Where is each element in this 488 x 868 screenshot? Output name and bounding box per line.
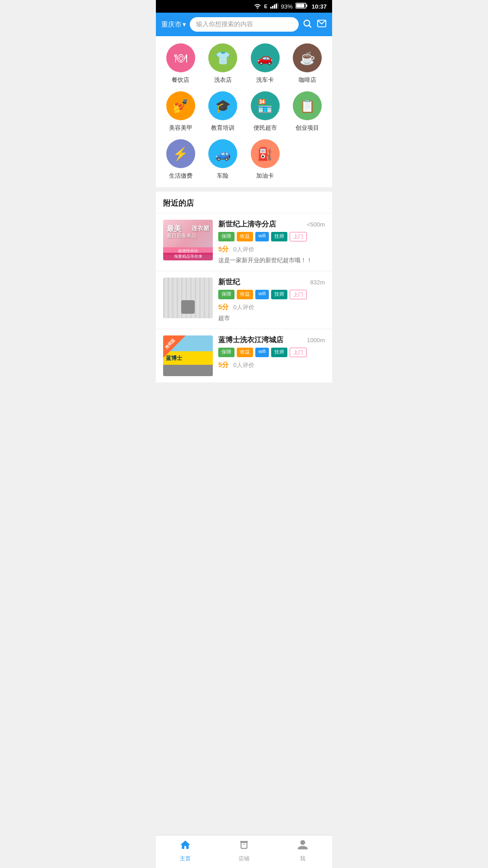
store-name-row-2: 新世纪 832m (218, 278, 325, 287)
store-reviews-3: 0人评价 (233, 361, 254, 369)
store-rating-2: 5分 (218, 303, 229, 311)
tag-technician-1: 技师 (271, 232, 287, 241)
store-desc-2: 超市 (218, 314, 325, 322)
cat-label-coffee: 咖啡店 (299, 76, 316, 84)
mail-icon[interactable] (317, 19, 327, 31)
store-desc-1: 这是一家新开业的新世纪超市哦！！ (218, 256, 325, 264)
store-distance-2: 832m (310, 279, 325, 286)
search-placeholder: 输入你想搜索的内容 (196, 20, 253, 28)
nearby-title: 附近的店 (156, 192, 332, 213)
store-info-1: 新世纪上清寺分店 <500m 保障 收益 wifi 技师 上门 5分 0人评价 … (218, 220, 325, 264)
cat-laundry[interactable]: 👕 洗衣店 (202, 43, 244, 84)
cat-utilities[interactable]: ⚡ 生活缴费 (160, 139, 202, 180)
cat-carwash[interactable]: 🚗 洗车卡 (244, 43, 286, 84)
tag-income-2: 收益 (237, 290, 253, 299)
svg-line-10 (309, 25, 311, 27)
store-item[interactable]: 新世纪 832m 保障 收益 wifi 技师 上门 5分 0人评价 超市 (156, 271, 332, 329)
store-rating-row-3: 5分 0人评价 (218, 361, 325, 369)
store-distance-3: 1000m (307, 337, 325, 344)
categories-grid: 🍽 餐饮店 👕 洗衣店 🚗 洗车卡 ☕ 咖啡店 💅 美容美甲 🎓 教育培训 🏪 … (156, 36, 332, 187)
store-name-row-3: 蓝博士洗衣江湾城店 1000m (218, 335, 325, 345)
cat-icon-education: 🎓 (208, 91, 237, 120)
cat-icon-carinsurance: 🚙 (208, 139, 237, 168)
cat-icon-gascard: ⛽ (251, 139, 280, 168)
tag-guarantee-1: 保障 (218, 232, 235, 241)
search-bar[interactable]: 输入你想搜索的内容 (190, 17, 299, 32)
search-icon[interactable] (302, 19, 312, 31)
cat-startup[interactable]: 📋 创业项目 (286, 91, 329, 132)
battery-icon (296, 3, 307, 10)
cat-label-supermarket: 便民超市 (253, 124, 277, 132)
cat-supermarket[interactable]: 🏪 便民超市 (244, 91, 286, 132)
cat-restaurant[interactable]: 🍽 餐饮店 (160, 43, 202, 84)
cat-label-restaurant: 餐饮店 (172, 76, 189, 84)
chevron-down-icon: ▾ (183, 20, 186, 28)
wifi-icon (254, 3, 261, 10)
store-name-2: 新世纪 (218, 278, 240, 287)
store-info-3: 蓝博士洗衣江湾城店 1000m 保障 收益 wifi 技师 上门 5分 0人评价 (218, 335, 325, 376)
store-name-row-1: 新世纪上清寺分店 <500m (218, 220, 325, 229)
tag-guarantee-2: 保障 (218, 290, 235, 299)
store-tags-3: 保障 收益 wifi 技师 上门 (218, 348, 325, 357)
store-image-1: 最美 夏日必备单品 连衣裙 超值性价比 海量精品等你来 (163, 220, 213, 260)
header-icons (302, 19, 327, 31)
cat-beauty[interactable]: 💅 美容美甲 (160, 91, 202, 132)
svg-rect-6 (306, 5, 307, 7)
tag-technician-3: 技师 (271, 348, 287, 357)
store-reviews-1: 0人评价 (233, 245, 254, 254)
store-image-2 (163, 278, 213, 318)
nearby-section: 附近的店 最美 夏日必备单品 连衣裙 超值性价比 海量精品等你来 新世纪上清寺分… (156, 192, 332, 382)
svg-rect-7 (296, 4, 304, 8)
store-rating-row-1: 5分 0人评价 (218, 245, 325, 254)
cat-icon-carwash: 🚗 (251, 43, 280, 72)
cat-icon-restaurant: 🍽 (166, 43, 195, 72)
store-rating-1: 5分 (218, 245, 229, 254)
tag-income-1: 收益 (237, 232, 253, 241)
tag-guarantee-3: 保障 (218, 348, 235, 357)
cat-label-carinsurance: 车险 (217, 172, 229, 180)
cat-icon-laundry: 👕 (208, 43, 237, 72)
cat-label-carwash: 洗车卡 (256, 76, 274, 84)
cat-icon-coffee: ☕ (293, 43, 322, 72)
tag-wifi-1: wifi (255, 232, 269, 241)
store-name-3: 蓝博士洗衣江湾城店 (218, 335, 283, 345)
svg-rect-4 (277, 3, 278, 9)
svg-rect-3 (276, 4, 277, 9)
cat-icon-beauty: 💅 (166, 91, 195, 120)
cat-label-utilities: 生活缴费 (169, 172, 192, 180)
tag-income-3: 收益 (237, 348, 253, 357)
cat-label-startup: 创业项目 (296, 124, 319, 132)
store-image-3: 蓝博士 抢收益 (163, 335, 213, 376)
cat-gascard[interactable]: ⛽ 加油卡 (244, 139, 286, 180)
store-item[interactable]: 最美 夏日必备单品 连衣裙 超值性价比 海量精品等你来 新世纪上清寺分店 <50… (156, 213, 332, 271)
cat-label-beauty: 美容美甲 (169, 124, 192, 132)
store-tags-1: 保障 收益 wifi 技师 上门 (218, 232, 325, 241)
city-selector[interactable]: 重庆市 ▾ (161, 20, 186, 29)
time: 10:37 (312, 3, 327, 10)
svg-rect-0 (270, 7, 272, 9)
battery-percent: 93% (281, 3, 293, 10)
cat-icon-startup: 📋 (293, 91, 322, 120)
cat-label-laundry: 洗衣店 (214, 76, 232, 84)
cat-label-education: 教育培训 (211, 124, 235, 132)
app-header: 重庆市 ▾ 输入你想搜索的内容 (156, 13, 332, 36)
status-bar: E 93% 10:37 (156, 0, 332, 13)
cat-carinsurance[interactable]: 🚙 车险 (202, 139, 244, 180)
tag-technician-2: 技师 (271, 290, 287, 299)
section-divider (156, 187, 332, 192)
cat-icon-utilities: ⚡ (166, 139, 195, 168)
cat-education[interactable]: 🎓 教育培训 (202, 91, 244, 132)
tag-delivery-3: 上门 (290, 348, 307, 357)
data-icon: E (264, 4, 267, 9)
cat-empty (286, 139, 329, 180)
tag-wifi-2: wifi (255, 290, 269, 299)
city-name: 重庆市 (161, 20, 182, 29)
store-name-1: 新世纪上清寺分店 (218, 220, 276, 229)
cat-label-gascard: 加油卡 (256, 172, 274, 180)
svg-rect-1 (272, 6, 273, 9)
cat-coffee[interactable]: ☕ 咖啡店 (286, 43, 329, 84)
store-item[interactable]: 蓝博士 抢收益 蓝博士洗衣江湾城店 1000m 保障 收益 wifi 技师 上门 (156, 329, 332, 382)
cat-icon-supermarket: 🏪 (251, 91, 280, 120)
tag-delivery-2: 上门 (290, 290, 307, 299)
svg-rect-2 (274, 5, 275, 9)
